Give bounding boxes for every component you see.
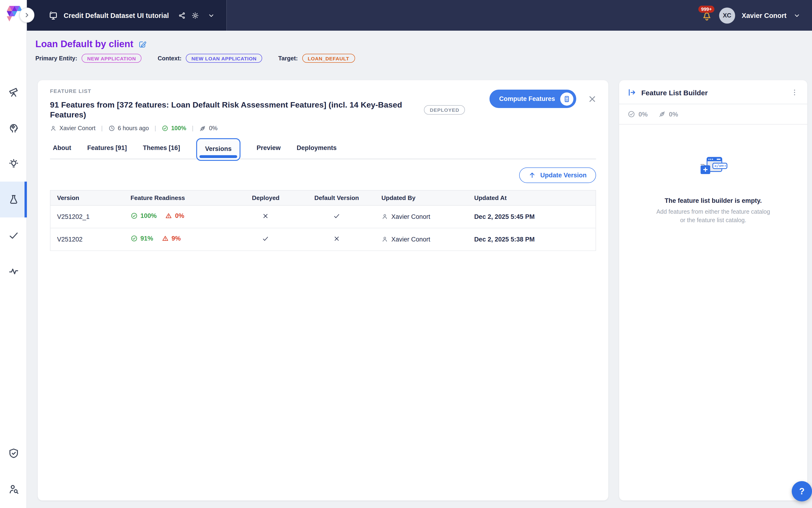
sidebar-item-activity[interactable]: [0, 253, 27, 289]
sidebar: [0, 0, 27, 508]
table-row[interactable]: V25120291%9%Xavier ConortDec 2, 2025 5:3…: [50, 228, 596, 250]
rocket-slash-icon: [199, 125, 206, 132]
sidebar-item-shield-check[interactable]: [0, 435, 27, 471]
table-row[interactable]: V251202_1100%0%Xavier ConortDec 2, 2025 …: [50, 205, 596, 228]
cell-updated-by: Xavier Conort: [375, 228, 467, 250]
column-header: Version: [50, 190, 124, 205]
builder-deployed-pct: 0%: [669, 111, 678, 118]
builder-empty-state: </> The feature list builder is empty. A…: [619, 125, 807, 225]
meta-author: Xavier Conort: [59, 125, 95, 132]
column-header: Updated At: [467, 190, 596, 205]
entity-row: Primary Entity:NEW APPLICATIONContext:NE…: [35, 54, 355, 63]
empty-builder-illustration-icon: </>: [699, 157, 727, 177]
entity-pill[interactable]: NEW LOAN APPLICATION: [186, 54, 262, 63]
entity-label: Primary Entity:: [35, 55, 77, 61]
project-selector: Credit Default Dataset UI tutorial: [27, 0, 227, 31]
user-name[interactable]: Xavier Conort: [742, 11, 786, 19]
builder-empty-subtitle: Add features from either the feature cat…: [619, 208, 807, 225]
entity-label: Target:: [278, 55, 298, 61]
notifications-bell[interactable]: 999+: [701, 10, 713, 21]
feature-list-title: 91 Features from [372 features: Loan Def…: [50, 100, 417, 120]
chevron-right-icon: [23, 11, 31, 19]
sidebar-nav: [0, 74, 27, 289]
entity-group-0: Primary Entity:NEW APPLICATION: [35, 54, 142, 63]
share-icon[interactable]: [178, 11, 186, 19]
update-version-button[interactable]: Update Version: [519, 167, 596, 183]
warning-triangle-icon: [165, 212, 172, 219]
help-button[interactable]: ?: [792, 481, 812, 501]
tab-deployments[interactable]: Deployments: [297, 144, 337, 152]
check-mark-icon: [333, 212, 341, 220]
builder-check-circle-icon: [628, 111, 635, 118]
entity-pill[interactable]: NEW APPLICATION: [82, 54, 142, 63]
entity-group-2: Target:LOAN_DEFAULT: [278, 54, 355, 63]
x-mark-icon: [262, 212, 269, 220]
entity-group-1: Context:NEW LOAN APPLICATION: [158, 54, 262, 63]
page-heading: Loan Default by client: [35, 39, 147, 49]
person-icon: [381, 236, 388, 243]
flask-icon: [8, 194, 19, 205]
panel-collapse-icon[interactable]: [628, 88, 636, 97]
sidebar-expand-button[interactable]: [19, 7, 35, 23]
column-header: Deployed: [233, 190, 299, 205]
chevron-down-icon[interactable]: [208, 11, 215, 19]
cell-default-version: [299, 228, 375, 250]
tab-preview[interactable]: Preview: [257, 144, 280, 152]
close-icon[interactable]: [588, 94, 597, 103]
cell-deployed: [233, 228, 299, 250]
column-header: Updated By: [375, 190, 467, 205]
tab-themes-16[interactable]: Themes [16]: [143, 144, 180, 152]
shield-check-icon: [8, 448, 19, 459]
table-body: V251202_1100%0%Xavier ConortDec 2, 2025 …: [50, 205, 596, 250]
sidebar-item-check[interactable]: [0, 217, 27, 253]
deployed-status-badge: DEPLOYED: [424, 105, 465, 115]
cell-updated-at: Dec 2, 2025 5:38 PM: [467, 228, 596, 250]
table-header-row: VersionFeature ReadinessDeployedDefault …: [50, 190, 596, 205]
user-avatar[interactable]: XC: [719, 7, 735, 23]
kebab-menu-icon[interactable]: [790, 88, 799, 97]
monitor-check-icon: [49, 11, 58, 20]
builder-empty-title: The feature list builder is empty.: [619, 197, 807, 204]
sidebar-item-brain[interactable]: [0, 110, 27, 146]
feature-list-meta: Xavier Conort | 6 hours ago | 100% | 0%: [50, 125, 596, 132]
builder-stats: 0% 0%: [619, 104, 807, 124]
feature-list-builder-panel: Feature List Builder 0% 0%: [619, 80, 807, 501]
meta-updated: 6 hours ago: [118, 125, 149, 132]
cell-updated-at: Dec 2, 2025 5:45 PM: [467, 205, 596, 228]
x-mark-icon: [333, 235, 341, 242]
feature-list-card: FEATURE LIST 91 Features from [372 featu…: [38, 80, 608, 501]
cell-version: V251202_1: [50, 205, 124, 228]
check-mark-icon: [262, 235, 269, 242]
user-menu-chevron-icon[interactable]: [793, 11, 801, 19]
gear-icon[interactable]: [191, 11, 199, 19]
sidebar-item-user-search[interactable]: [0, 471, 27, 507]
builder-title: Feature List Builder: [641, 88, 708, 96]
sidebar-item-lightbulb[interactable]: [0, 146, 27, 182]
lightbulb-icon: [8, 158, 19, 169]
tab-about[interactable]: About: [53, 144, 71, 152]
sidebar-item-flask[interactable]: [0, 182, 27, 217]
person-icon: [50, 125, 57, 132]
cell-readiness: 100%0%: [124, 205, 233, 228]
warning-triangle-icon: [162, 235, 169, 242]
brain-icon: [8, 122, 19, 133]
meta-deployed-pct: 0%: [209, 125, 217, 132]
activity-icon: [8, 265, 19, 277]
header-right: 999+ XC Xavier Conort: [701, 0, 812, 31]
top-header: Credit Default Dataset UI tutorial 999+ …: [27, 0, 812, 31]
compute-features-button[interactable]: Compute Features: [490, 90, 576, 108]
builder-readiness: 0%: [638, 111, 648, 118]
versions-table: VersionFeature ReadinessDeployedDefault …: [50, 190, 596, 251]
tab-features-91[interactable]: Features [91]: [87, 144, 127, 152]
cell-default-version: [299, 205, 375, 228]
page-title: Loan Default by client: [35, 39, 133, 49]
edit-icon[interactable]: [138, 40, 147, 48]
tab-versions[interactable]: Versions: [196, 138, 241, 161]
readiness-check-circle-icon: [162, 125, 168, 132]
compute-features-label: Compute Features: [499, 95, 555, 102]
builder-rocket-slash-icon: [658, 111, 666, 118]
cell-version: V251202: [50, 228, 124, 250]
arrow-up-icon: [528, 171, 535, 178]
sidebar-item-telescope[interactable]: [0, 74, 27, 110]
entity-pill[interactable]: LOAN_DEFAULT: [302, 54, 355, 63]
